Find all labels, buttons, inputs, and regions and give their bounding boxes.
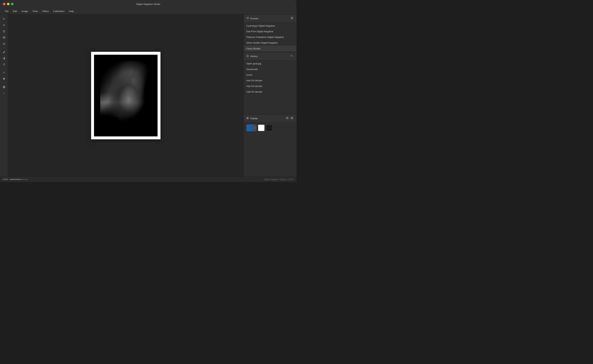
preset-label: Platinum Palladium Digital Negative <box>246 36 284 39</box>
black-color-swatch[interactable] <box>266 124 273 131</box>
history-item-open[interactable]: Open goat.jpg <box>244 61 296 66</box>
menu-file[interactable]: File <box>3 9 10 13</box>
menubar: File Edit Image Tools Filters Calibratio… <box>0 8 296 15</box>
perspective-icon[interactable] <box>1 41 7 47</box>
svg-rect-1 <box>4 37 5 38</box>
primary-color-swatch <box>247 124 253 131</box>
preset-label: Salt Print Digital Negative <box>246 30 273 33</box>
titlebar-buttons <box>3 3 13 5</box>
svg-rect-0 <box>3 37 4 38</box>
zoom-label: 100% <box>3 178 8 181</box>
palette-header-left: Palette <box>246 117 258 120</box>
palette-add-button[interactable] <box>285 116 289 120</box>
palette-section: Palette <box>244 115 296 176</box>
zoom-bar <box>10 179 28 180</box>
toolbar-divider-1 <box>2 48 6 48</box>
history-item-invert[interactable]: Invert <box>244 72 296 78</box>
white-color-swatch[interactable] <box>258 124 265 131</box>
menu-help[interactable]: Help <box>67 9 76 13</box>
crop-icon[interactable] <box>1 28 7 34</box>
presets-header-left: Presets <box>246 17 258 20</box>
presets-title: Presets <box>250 17 258 20</box>
history-header: History <box>244 52 296 60</box>
image-border-outer <box>94 55 158 136</box>
toolbar-divider-2 <box>2 68 6 69</box>
photo-goat <box>100 61 151 130</box>
curve-icon[interactable] <box>1 70 7 76</box>
presets-add-button[interactable] <box>290 16 294 20</box>
svg-point-13 <box>248 118 248 118</box>
preset-label: Silver Gelatin Digital Negative <box>246 41 278 44</box>
history-undo-button[interactable] <box>290 54 294 58</box>
zoom-bar-fill <box>10 179 21 180</box>
history-list: Open goat.jpg Desaturate Invert Add 5% B… <box>244 60 296 93</box>
preset-item-silver[interactable]: Silver Gelatin Digital Negative <box>244 40 296 46</box>
palette-icon <box>246 117 249 120</box>
presets-header: Presets <box>244 15 296 22</box>
history-item-desaturate[interactable]: Desaturate <box>244 66 296 72</box>
rotate-ccw-icon[interactable]: ↺ <box>1 22 7 28</box>
titlebar: Digital Negative Studio <box>0 0 296 8</box>
maximize-button[interactable] <box>11 3 13 5</box>
palette-title: Palette <box>250 117 258 120</box>
menu-filters[interactable]: Filters <box>40 9 51 13</box>
color-dropdown-button[interactable]: ▾ <box>253 124 256 131</box>
statusbar: 100% Digital Negative Studio: 1.5.0.0 <box>0 176 296 182</box>
add-icon[interactable]: + <box>1 90 7 96</box>
menu-tools[interactable]: Tools <box>31 9 40 13</box>
adjust-icon[interactable] <box>1 76 7 82</box>
toolbar-divider-3 <box>2 83 6 83</box>
contrast-icon[interactable]: ◑ <box>1 55 7 61</box>
right-panel: Presets Cyanotype Digital Negative Salt … <box>244 15 296 176</box>
menu-image[interactable]: Image <box>20 9 30 13</box>
heart-icon <box>246 17 249 20</box>
left-toolbar: ↻ ↺ ◑ <box>0 15 8 176</box>
history-item-border3[interactable]: Add 5% Border <box>244 89 296 93</box>
history-header-left: History <box>246 55 258 58</box>
palette-close-button[interactable] <box>290 116 294 120</box>
history-title: History <box>250 55 258 58</box>
svg-point-14 <box>247 118 248 119</box>
palette-buttons <box>285 116 294 120</box>
preset-item-platinum[interactable]: Platinum Palladium Digital Negative <box>244 34 296 40</box>
palette-content: ▾ <box>244 122 296 134</box>
svg-point-12 <box>247 118 247 118</box>
main-layout: ↻ ↺ ◑ <box>0 15 296 176</box>
presets-section: Presets Cyanotype Digital Negative Salt … <box>244 15 296 52</box>
history-section: History Open goat.jpg Desaturate Inv <box>244 52 296 115</box>
canvas-area[interactable] <box>8 15 244 176</box>
palette-header: Palette <box>244 115 296 122</box>
presets-list: Cyanotype Digital Negative Salt Print Di… <box>244 22 296 52</box>
svg-rect-7 <box>3 86 5 88</box>
minimize-button[interactable] <box>7 3 9 5</box>
status-left: 100% <box>3 178 28 181</box>
photo-container <box>100 61 151 130</box>
menu-calibration[interactable]: Calibration <box>51 9 66 13</box>
preset-item-salt[interactable]: Salt Print Digital Negative <box>244 29 296 34</box>
app-title: Digital Negative Studio <box>136 3 160 6</box>
burn-icon[interactable] <box>1 61 7 67</box>
svg-point-5 <box>4 78 4 79</box>
menu-edit[interactable]: Edit <box>11 9 19 13</box>
layers-icon[interactable] <box>1 84 7 90</box>
close-button[interactable] <box>3 3 6 5</box>
history-item-border1[interactable]: Add 5% Border <box>244 78 296 83</box>
image-frame <box>91 52 160 139</box>
flip-icon[interactable] <box>1 35 7 40</box>
history-item-border2[interactable]: Add 5% Border <box>244 83 296 89</box>
image-border-inner <box>99 60 153 131</box>
history-icon <box>246 55 249 58</box>
rotate-cw-icon[interactable]: ↻ <box>1 16 7 22</box>
preset-item-fancy[interactable]: Fancy Border ✕ <box>244 46 296 52</box>
primary-color-container[interactable]: ▾ <box>246 124 257 131</box>
preset-label: Cyanotype Digital Negative <box>246 25 275 27</box>
eyedropper-icon[interactable] <box>1 49 7 55</box>
preset-label: Fancy Border <box>246 47 260 50</box>
preset-item-cyanotype[interactable]: Cyanotype Digital Negative <box>244 23 296 29</box>
status-version: Digital Negative Studio: 1.5.0.0 <box>264 178 294 181</box>
